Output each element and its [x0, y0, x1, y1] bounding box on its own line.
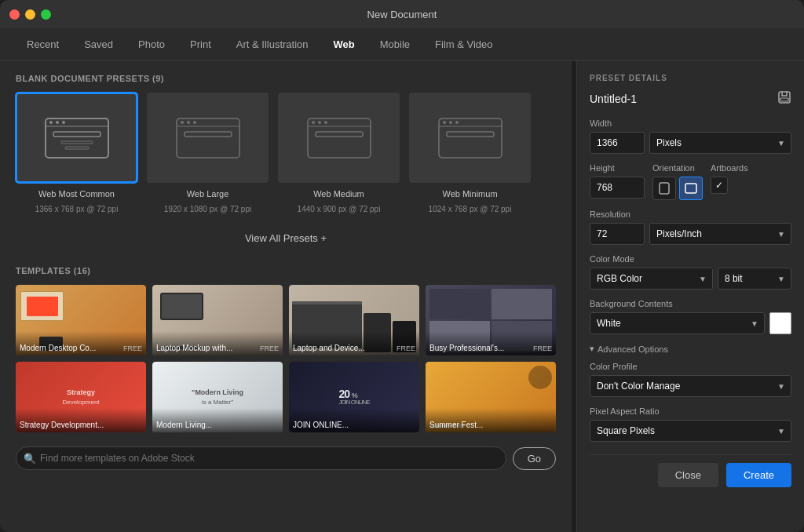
svg-rect-6: [61, 141, 93, 144]
template-laptop-device[interactable]: Laptop and Device... FREE: [289, 285, 419, 355]
preset-web-medium[interactable]: Web Medium 1440 x 900 px @ 72 ppi: [278, 93, 400, 213]
background-row: WhiteBlackTransparent ▼: [590, 312, 791, 334]
svg-rect-13: [185, 132, 232, 137]
template-thumb-modern-living: "Modern Living is a Matter" Modern Livin…: [152, 362, 283, 432]
preset-size-web-medium: 1440 x 900 px @ 72 ppi: [298, 205, 381, 213]
template-strategy-dev[interactable]: Strategy Development Strategy Developmen…: [16, 362, 146, 432]
bottom-buttons: Close Create: [590, 454, 791, 487]
maximize-window-button[interactable]: [41, 9, 51, 20]
template-summer-fest[interactable]: Summer Fest Summer Fest...: [426, 362, 556, 432]
document-name-input[interactable]: [590, 93, 777, 105]
chevron-down-icon: ▾: [590, 344, 594, 354]
svg-rect-0: [46, 118, 108, 158]
height-group: Height: [590, 163, 645, 199]
tab-recent[interactable]: Recent: [16, 32, 70, 56]
close-window-button[interactable]: [9, 9, 20, 20]
bit-depth-select[interactable]: 8 bit16 bit32 bit: [718, 268, 791, 290]
template-thumb-busy-professionals: Busy Professional's... FREE: [426, 285, 556, 355]
template-join-online[interactable]: 20 % JOIN ONLINE JOIN ONLINE...: [289, 362, 419, 432]
resolution-unit-select[interactable]: Pixels/InchPixels/Centimeter: [649, 223, 791, 245]
artboards-checkbox[interactable]: ✓: [711, 177, 728, 194]
template-thumb-join-online: 20 % JOIN ONLINE JOIN ONLINE...: [289, 362, 419, 432]
width-unit-select[interactable]: PixelsInchesCentimeters: [649, 132, 791, 154]
template-busy-professionals[interactable]: Busy Professional's... FREE: [426, 285, 556, 355]
height-input[interactable]: [590, 177, 645, 199]
preset-web-minimum[interactable]: Web Minimum 1024 x 768 px @ 72 ppi: [409, 93, 531, 213]
background-select[interactable]: WhiteBlackTransparent: [590, 312, 765, 334]
close-button[interactable]: Close: [658, 463, 718, 487]
template-name-busy-professionals: Busy Professional's...: [429, 344, 504, 352]
tab-photo[interactable]: Photo: [127, 32, 176, 56]
color-profile-select[interactable]: Don't Color ManagesRGB IEC61966-2.1Adobe…: [590, 375, 791, 397]
template-thumb-laptop-mockup: Laptop Mockup with... FREE: [152, 285, 283, 355]
tab-print[interactable]: Print: [179, 32, 222, 56]
resolution-input[interactable]: [590, 223, 645, 245]
template-label-join-online: JOIN ONLINE...: [289, 408, 419, 432]
preset-web-large[interactable]: Web Large 1920 x 1080 px @ 72 ppi: [147, 93, 269, 213]
template-label-summer-fest: Summer Fest...: [426, 408, 556, 432]
svg-point-17: [318, 121, 321, 124]
bit-depth-dropdown-wrap: 8 bit16 bit32 bit ▼: [718, 268, 791, 290]
view-all-presets-link[interactable]: View All Presets +: [16, 226, 556, 250]
left-panel: BLANK DOCUMENT PRESETS (9): [0, 61, 572, 532]
template-name-join-online: JOIN ONLINE...: [293, 421, 349, 429]
color-mode-label: Color Mode: [590, 254, 791, 264]
main-layout: BLANK DOCUMENT PRESETS (9): [0, 61, 804, 532]
create-button[interactable]: Create: [726, 463, 791, 487]
svg-point-11: [187, 121, 190, 124]
preset-thumb-web-most-common: [16, 93, 137, 183]
doc-name-row: [590, 90, 791, 107]
preset-size-web-most-common: 1366 x 768 px @ 72 ppi: [35, 205, 119, 213]
tab-art-illustration[interactable]: Art & Illustration: [225, 32, 320, 56]
template-badge-busy-professionals: FREE: [533, 344, 552, 352]
template-modern-living[interactable]: "Modern Living is a Matter" Modern Livin…: [152, 362, 283, 432]
svg-point-18: [324, 121, 327, 124]
color-mode-select[interactable]: RGB ColorCMYK ColorGrayscale: [590, 268, 713, 290]
pixel-ratio-row: Square PixelsD1/DV NTSC (0.91)D1/DV PAL …: [590, 420, 791, 442]
artboards-group: Artboards ✓: [711, 163, 748, 194]
nav-tabs: Recent Saved Photo Print Art & Illustrat…: [0, 28, 804, 61]
template-thumb-strategy-dev: Strategy Development Strategy Developmen…: [16, 362, 146, 432]
pixel-ratio-select[interactable]: Square PixelsD1/DV NTSC (0.91)D1/DV PAL …: [590, 420, 791, 442]
template-label-modern-desktop: Modern Desktop Co... FREE: [16, 331, 146, 355]
color-mode-row: RGB ColorCMYK ColorGrayscale ▼ 8 bit16 b…: [590, 268, 791, 290]
template-badge-laptop-mockup: FREE: [260, 344, 279, 352]
tab-mobile[interactable]: Mobile: [369, 32, 421, 56]
svg-point-22: [443, 121, 446, 124]
template-modern-desktop[interactable]: Modern Desktop Co... FREE: [16, 285, 146, 355]
preset-thumb-web-large: [147, 93, 269, 183]
tab-saved[interactable]: Saved: [73, 32, 124, 56]
landscape-button[interactable]: [679, 177, 703, 200]
portrait-button[interactable]: [652, 177, 676, 200]
template-name-laptop-device: Laptop and Device...: [293, 344, 365, 352]
svg-point-10: [181, 121, 184, 124]
tab-film-video[interactable]: Film & Video: [424, 32, 503, 56]
preset-web-most-common[interactable]: Web Most Common 1366 x 768 px @ 72 ppi: [16, 93, 137, 213]
svg-point-3: [56, 121, 59, 124]
advanced-options-toggle[interactable]: ▾ Advanced Options: [590, 344, 791, 354]
template-label-busy-professionals: Busy Professional's... FREE: [426, 331, 556, 355]
width-input[interactable]: [590, 132, 645, 154]
template-laptop-mockup[interactable]: Laptop Mockup with... FREE: [152, 285, 283, 355]
search-templates-input[interactable]: [16, 446, 506, 470]
height-orient-row: Height Orientation Artboards ✓: [590, 163, 791, 200]
save-preset-icon[interactable]: [777, 90, 791, 107]
svg-rect-7: [65, 147, 89, 149]
width-label: Width: [590, 118, 791, 128]
title-bar: New Document: [0, 0, 804, 28]
preset-details-title: PRESET DETAILS: [590, 74, 791, 82]
minimize-window-button[interactable]: [25, 9, 35, 20]
background-color-swatch[interactable]: [769, 312, 791, 334]
preset-thumb-web-minimum: [409, 93, 531, 183]
go-button[interactable]: Go: [513, 447, 556, 470]
color-profile-dropdown-wrap: Don't Color ManagesRGB IEC61966-2.1Adobe…: [590, 375, 791, 397]
svg-rect-20: [439, 118, 502, 158]
template-name-summer-fest: Summer Fest...: [429, 421, 483, 429]
template-thumb-modern-desktop: Modern Desktop Co... FREE: [16, 285, 146, 355]
artboards-label: Artboards: [711, 163, 748, 173]
templates-header: TEMPLATES (16): [16, 266, 556, 275]
tab-web[interactable]: Web: [323, 32, 366, 56]
preset-name-web-medium: Web Medium: [313, 189, 364, 199]
template-name-strategy-dev: Strategy Development...: [20, 421, 104, 429]
pixel-ratio-label: Pixel Aspect Ratio: [590, 406, 791, 416]
